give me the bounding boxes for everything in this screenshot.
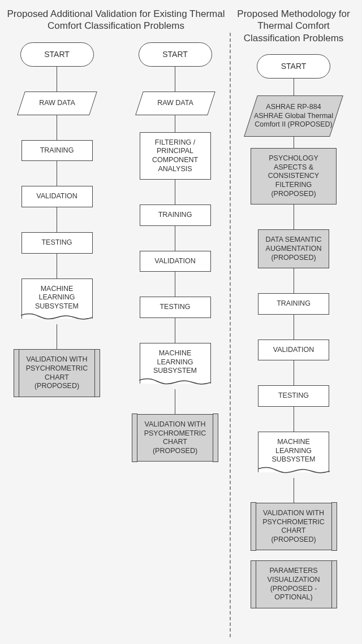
flowchart-a: START RAW DATA TRAINING VALIDATION TESTI… <box>6 42 108 397</box>
ashrae-data-node: ASHRAE RP-884 ASHRAE Global Thermal Comf… <box>244 95 343 137</box>
start-node: START <box>139 42 212 67</box>
psychro-validation-node: VALIDATION WITH PSYCHROMETRIC CHART (PRO… <box>251 503 337 551</box>
training-node: TRAINING <box>140 204 211 226</box>
semantic-aug-node: DATA SEMANTIC AUGMENTATION (PROPOSED) <box>258 229 329 268</box>
flowchart-b: START RAW DATA FILTERING / PRINCIPAL COM… <box>124 42 226 462</box>
right-group: Proposed Methodology for Thermal Comfort… <box>234 6 353 608</box>
psych-filter-node: PSYCHOLOGY ASPECTS & CONSISTENCY FILTERI… <box>251 148 337 204</box>
training-node: TRAINING <box>21 140 93 162</box>
ml-subsystem-node: MACHINE LEARNING SUBSYSTEM <box>140 343 211 384</box>
left-title: Proposed Additional Validation for Exist… <box>6 8 226 32</box>
start-node: START <box>257 54 330 79</box>
param-viz-node: PARAMETERS VISUALIZATION (PROPOSED - OPT… <box>251 560 337 608</box>
testing-node: TESTING <box>140 297 211 318</box>
flowchart-c: START ASHRAE RP-884 ASHRAE Global Therma… <box>234 54 353 608</box>
left-group: Proposed Additional Validation for Exist… <box>6 6 226 462</box>
ml-subsystem-node: MACHINE LEARNING SUBSYSTEM <box>258 432 329 472</box>
right-title: Proposed Methodology for Thermal Comfort… <box>234 8 353 44</box>
psychro-validation-node: VALIDATION WITH PSYCHROMETRIC CHART (PRO… <box>132 414 218 462</box>
filtering-pca-node: FILTERING / PRINCIPAL COMPONENT ANALYSIS <box>140 132 211 180</box>
testing-node: TESTING <box>21 232 93 254</box>
ml-subsystem-node: MACHINE LEARNING SUBSYSTEM <box>21 279 93 319</box>
testing-node: TESTING <box>258 385 329 407</box>
raw-data-node: RAW DATA <box>135 92 216 115</box>
validation-node: VALIDATION <box>140 251 211 272</box>
validation-node: VALIDATION <box>21 186 93 207</box>
raw-data-node: RAW DATA <box>17 92 97 115</box>
validation-node: VALIDATION <box>258 340 329 361</box>
start-node: START <box>20 42 94 67</box>
section-divider <box>230 33 231 637</box>
training-node: TRAINING <box>258 293 329 315</box>
psychro-validation-node: VALIDATION WITH PSYCHROMETRIC CHART (PRO… <box>14 349 100 397</box>
